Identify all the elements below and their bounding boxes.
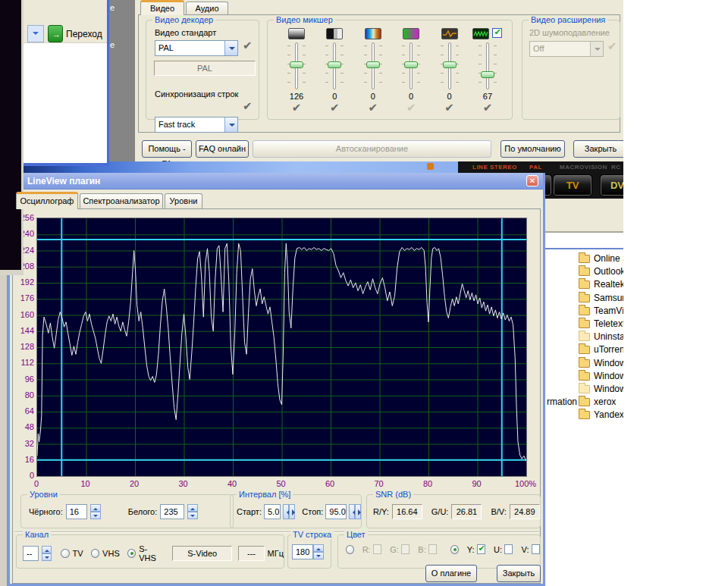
interval-start-value: 5.0	[268, 507, 279, 516]
folder-icon	[579, 333, 590, 341]
tab-audio[interactable]: Аудио	[186, 2, 228, 15]
interval-start-arrows[interactable]	[283, 504, 295, 519]
folder-item[interactable]: rmationxerox	[545, 395, 623, 408]
sharpness-slider[interactable]	[438, 42, 461, 89]
close-icon[interactable]: ✕	[526, 175, 538, 186]
apply-check-icon[interactable]: ✔	[330, 101, 340, 114]
folder-label: Window	[594, 358, 623, 368]
black-level-spinner[interactable]	[90, 504, 101, 519]
tab-levels[interactable]: Уровни	[165, 193, 202, 209]
comb-filter-value: 67	[483, 92, 492, 101]
folder-item[interactable]: Teletext	[545, 317, 623, 330]
color-u-label: U:	[494, 545, 502, 554]
color-r-label: R:	[362, 545, 371, 554]
radio-vhs[interactable]	[91, 549, 99, 558]
folder-item[interactable]: Window	[545, 382, 623, 395]
radio-yuv[interactable]	[450, 545, 459, 554]
apply-check-icon[interactable]: ✔	[243, 99, 253, 113]
folder-item[interactable]: Realtek	[545, 277, 623, 290]
defaults-button-label: По умолчанию	[504, 144, 560, 153]
tv-line-spinner[interactable]	[313, 544, 324, 559]
color-group-title: Цвет	[344, 530, 368, 539]
tab-video[interactable]: Видео	[140, 0, 184, 15]
skin-status-line-stereo: LINE STEREO	[472, 164, 517, 171]
apply-check-icon[interactable]: ✔	[483, 101, 493, 114]
interval-start-input[interactable]: 5.0	[264, 504, 281, 519]
dv-skin-button[interactable]: DV	[601, 175, 623, 196]
sync-select[interactable]: Fast track	[155, 117, 238, 133]
folder-item[interactable]: Outlook	[545, 265, 623, 277]
color-g-checkbox	[401, 544, 410, 554]
black-level-label: Чёрного:	[29, 507, 63, 516]
folder-item[interactable]: Window	[545, 369, 623, 382]
white-level-spinner[interactable]	[187, 504, 198, 519]
video-mixer-group: Видео микшер 126 ✔	[267, 20, 513, 120]
close-dialog-button-label: Закрыть	[585, 144, 617, 153]
faq-button[interactable]: FAQ онлайн	[196, 140, 249, 158]
chevron-down-icon[interactable]	[224, 118, 237, 132]
folder-item[interactable]: uTorren	[545, 343, 623, 356]
channel-spinner[interactable]	[42, 546, 52, 561]
contrast-slider[interactable]	[323, 42, 346, 89]
tv-skin-button[interactable]: TV	[554, 175, 592, 196]
y-tick-label: 96	[10, 374, 34, 384]
folder-item[interactable]: Samsung	[545, 291, 623, 304]
folder-label: Teletext	[594, 318, 623, 329]
channel-group-title: Канал	[23, 530, 51, 539]
comb-filter-checkbox[interactable]	[492, 28, 502, 38]
tab-oscillograph[interactable]: Осциллограф	[16, 192, 78, 209]
help-button[interactable]: Помощь - F1	[142, 140, 192, 158]
video-standard-select[interactable]: PAL	[155, 40, 238, 56]
interval-stop-arrows[interactable]	[349, 504, 361, 519]
saturation-slider[interactable]	[362, 42, 384, 89]
sync-value: Fast track	[158, 120, 195, 129]
radio-svhs[interactable]	[127, 549, 136, 558]
snr-gu-label: G/U:	[431, 507, 449, 516]
folder-icon	[579, 307, 590, 315]
x-tick-label: 0	[20, 479, 53, 488]
black-level-input[interactable]: 16	[66, 504, 87, 519]
comb-filter-slider[interactable]	[476, 42, 499, 89]
folder-item[interactable]: Yandex	[545, 408, 623, 421]
radio-rgb[interactable]	[346, 545, 354, 554]
apply-check-icon[interactable]: ✔	[243, 39, 253, 52]
dv-skin-button-label: DV	[610, 180, 623, 191]
color-y-checkbox[interactable]	[477, 544, 485, 554]
explorer-pane: Online SOutlookRealtekSamsungTeamVieTele…	[545, 234, 623, 586]
interval-stop-value: 95.0	[329, 507, 345, 516]
interval-stop-input[interactable]: 95.0	[325, 504, 346, 519]
folder-item[interactable]: Uninstal	[545, 330, 623, 343]
folder-item[interactable]: TeamVie	[545, 304, 623, 317]
arrow-right-icon: →	[52, 30, 61, 39]
address-dropdown-button[interactable]	[27, 25, 44, 42]
channel-input[interactable]: --	[23, 546, 39, 561]
defaults-button[interactable]: По умолчанию	[500, 140, 565, 158]
lineview-titlebar[interactable]: LineView плагин ✕	[10, 173, 543, 190]
close-plugin-button[interactable]: Закрыть	[497, 565, 541, 582]
radio-tv[interactable]	[61, 549, 69, 558]
interval-start-label: Старт:	[237, 507, 262, 516]
brightness-slider[interactable]	[285, 42, 308, 89]
tab-spectrum-analyzer[interactable]: Спектроанализатор	[80, 193, 163, 209]
close-dialog-button[interactable]: Закрыть	[573, 140, 623, 158]
apply-check-icon[interactable]: ✔	[292, 101, 302, 114]
chevron-down-icon[interactable]	[224, 41, 237, 55]
apply-check-icon[interactable]: ✔	[368, 101, 378, 114]
apply-check-icon[interactable]: ✔	[444, 101, 454, 114]
hue-slider-column: 0 ✔	[393, 28, 429, 114]
color-v-checkbox[interactable]	[532, 544, 540, 554]
about-plugin-button[interactable]: О плагине	[425, 565, 477, 582]
faq-button-label: FAQ онлайн	[199, 144, 246, 153]
browser-toolbar: → Переход	[24, 0, 107, 43]
go-label[interactable]: Переход	[66, 29, 102, 39]
go-button[interactable]: →	[48, 25, 63, 42]
white-level-input[interactable]: 235	[160, 504, 184, 519]
tv-line-input[interactable]: 180	[292, 544, 313, 559]
y-tick-label: 16	[10, 455, 34, 464]
color-u-checkbox[interactable]	[504, 544, 513, 554]
white-level-label: Белого:	[128, 507, 158, 516]
levels-group-title: Уровни	[27, 490, 60, 499]
folder-item[interactable]: Window	[545, 356, 623, 369]
hue-slider[interactable]	[400, 42, 422, 89]
folder-item[interactable]: Online S	[545, 252, 623, 265]
